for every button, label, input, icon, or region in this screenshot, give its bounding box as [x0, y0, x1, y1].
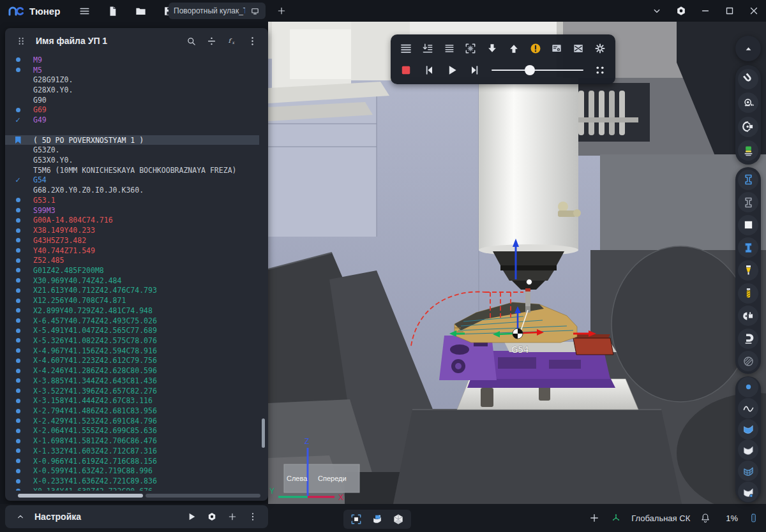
- machine-3d-viewport[interactable]: G54 Z X Y Слева Спереди: [268, 22, 766, 504]
- transparent-hatch-button[interactable]: [738, 351, 758, 371]
- breakpoint-dot[interactable]: [13, 278, 22, 283]
- executed-check-icon[interactable]: ✓: [13, 176, 22, 184]
- play-button[interactable]: [184, 509, 199, 524]
- plus-button[interactable]: [225, 509, 240, 524]
- gcode-line[interactable]: X2.899Y40.729Z42.481C74.948: [5, 306, 259, 316]
- breakpoint-dot[interactable]: [13, 218, 22, 223]
- breakpoint-dot[interactable]: [13, 338, 22, 343]
- gcode-line[interactable]: G43H5Z73.482: [5, 235, 259, 246]
- minimize-button[interactable]: [697, 3, 714, 19]
- menu-button[interactable]: [77, 3, 92, 18]
- frame-gear-button[interactable]: [462, 40, 479, 57]
- gcode-line[interactable]: X-3.522Y41.396Z42.657C82.276: [5, 386, 259, 396]
- stock-layers-button[interactable]: [738, 140, 758, 161]
- breakpoint-dot[interactable]: [13, 329, 22, 333]
- gcode-line[interactable]: X-0.599Y41.63Z42.719C88.996: [5, 466, 259, 476]
- collision-button[interactable]: [569, 40, 587, 57]
- gcode-line[interactable]: X0.134Y41.638Z42.722C90.676: [5, 486, 259, 491]
- play-button[interactable]: [443, 61, 461, 79]
- gcode-line[interactable]: X21.613Y40.712Z42.476C74.793: [5, 286, 259, 296]
- close-button[interactable]: [746, 3, 762, 19]
- gcode-line[interactable]: ✓G49: [5, 115, 259, 125]
- gcode-line[interactable]: X-3.158Y41.444Z42.67C83.116: [5, 395, 259, 406]
- breakpoint-dot[interactable]: [13, 479, 22, 484]
- breakpoint-dot[interactable]: [13, 459, 22, 463]
- gcode-line[interactable]: G68.2X0.Y0.Z0.I0.J0.K360.: [5, 185, 259, 195]
- surface-light-button[interactable]: [738, 440, 758, 460]
- gcode-line[interactable]: G69: [5, 105, 259, 115]
- gcode-line[interactable]: X-5.491Y41.047Z42.565C77.689: [5, 325, 259, 336]
- gcode-line[interactable]: X-4.246Y41.286Z42.628C80.596: [5, 366, 259, 376]
- gcode-line[interactable]: T5M6 (10MM KONICHESKAYA BOCHKOOBRAZNAYA …: [5, 165, 259, 175]
- rotary-fixture-button[interactable]: [738, 117, 758, 137]
- gcode-line[interactable]: X-3.885Y41.344Z42.643C81.436: [5, 376, 259, 386]
- gear-button[interactable]: [591, 40, 609, 57]
- breakpoint-dot[interactable]: [13, 318, 22, 323]
- divide-button[interactable]: [203, 33, 220, 49]
- battery-button[interactable]: [746, 510, 761, 526]
- chevron-down-button[interactable]: [649, 3, 665, 19]
- stop-button[interactable]: [397, 61, 415, 79]
- kebab-button[interactable]: [244, 33, 260, 49]
- chevron-up-button[interactable]: [13, 509, 28, 524]
- gcode-vertical-scrollbar[interactable]: [262, 418, 265, 448]
- plus-button[interactable]: [587, 510, 602, 526]
- gcode-line[interactable]: S99M3: [5, 205, 259, 216]
- breakpoint-dot[interactable]: [13, 68, 22, 72]
- surface-blue-button[interactable]: [738, 419, 758, 440]
- gcode-line[interactable]: X-2.064Y41.555Z42.699C85.636: [5, 426, 259, 436]
- breakpoint-dot[interactable]: [13, 248, 22, 253]
- breakpoint-dot[interactable]: [13, 469, 22, 473]
- breakpoint-dot[interactable]: [13, 198, 22, 202]
- gcode-line[interactable]: X-5.326Y41.082Z42.575C78.076: [5, 336, 259, 346]
- part-blue-filled-button[interactable]: [738, 237, 758, 258]
- breakpoint-dot[interactable]: [13, 378, 22, 383]
- breakpoint-dot[interactable]: [13, 388, 22, 393]
- breakpoint-dot[interactable]: [13, 399, 22, 403]
- gcode-line[interactable]: X30.969Y40.74Z42.484: [5, 276, 259, 286]
- part-blue-outline-button[interactable]: [738, 170, 758, 190]
- gcode-line[interactable]: ( 5D PO POVERXNOSTYAM 1 ): [5, 135, 259, 145]
- report-button[interactable]: [548, 40, 566, 57]
- fit-selection-button[interactable]: [348, 511, 364, 528]
- breakpoint-dot[interactable]: [13, 348, 22, 353]
- search-button[interactable]: [183, 33, 199, 49]
- gcode-line[interactable]: G01Z42.485F200M8: [5, 265, 259, 276]
- view-front-label[interactable]: Спереди: [318, 475, 347, 482]
- iso-view-button[interactable]: [390, 511, 407, 528]
- slider-thumb[interactable]: [525, 65, 535, 75]
- arrow-down-button[interactable]: [483, 40, 501, 57]
- stock-square-button[interactable]: [738, 215, 758, 235]
- gcode-line[interactable]: M9: [5, 55, 259, 65]
- gcode-line[interactable]: X12.256Y40.708C74.871: [5, 295, 259, 306]
- breakpoint-dot[interactable]: [13, 308, 22, 313]
- breakpoint-dot[interactable]: [13, 238, 22, 242]
- bell-button[interactable]: [698, 510, 713, 526]
- gcode-line[interactable]: G28X0.Y0.: [5, 85, 259, 95]
- breakpoint-dot[interactable]: [13, 268, 22, 272]
- point-button[interactable]: [738, 377, 758, 397]
- skip-back-button[interactable]: [420, 61, 438, 79]
- gcode-line[interactable]: X-1.332Y41.603Z42.712C87.316: [5, 446, 259, 456]
- gcode-horizontal-scrollbar[interactable]: [18, 494, 143, 498]
- stock-model-button[interactable]: [738, 329, 758, 349]
- arrow-up-button[interactable]: [505, 40, 523, 57]
- gcode-line[interactable]: G90: [5, 95, 259, 105]
- breakpoint-dot[interactable]: [13, 439, 22, 443]
- collapse-up-button[interactable]: [738, 38, 758, 59]
- gcode-line[interactable]: G00A-14.804C74.716: [5, 216, 259, 226]
- tool-shank-button[interactable]: [738, 283, 758, 304]
- playback-position-slider[interactable]: [492, 63, 583, 78]
- maximize-button[interactable]: [721, 3, 738, 19]
- breakpoint-dot[interactable]: [13, 288, 22, 293]
- gcode-line[interactable]: Y40.744Z71.549: [5, 246, 259, 256]
- goto-line-button[interactable]: [419, 40, 437, 57]
- plus-button[interactable]: [274, 4, 289, 18]
- gcode-line[interactable]: G53.1: [5, 195, 259, 205]
- nut-button[interactable]: [204, 509, 220, 524]
- gcode-line[interactable]: M5: [5, 65, 259, 75]
- gcode-line[interactable]: [5, 125, 259, 135]
- part-toggle-button[interactable]: [369, 511, 386, 528]
- warning-button[interactable]: [527, 40, 544, 57]
- breakpoint-dot[interactable]: [13, 299, 22, 303]
